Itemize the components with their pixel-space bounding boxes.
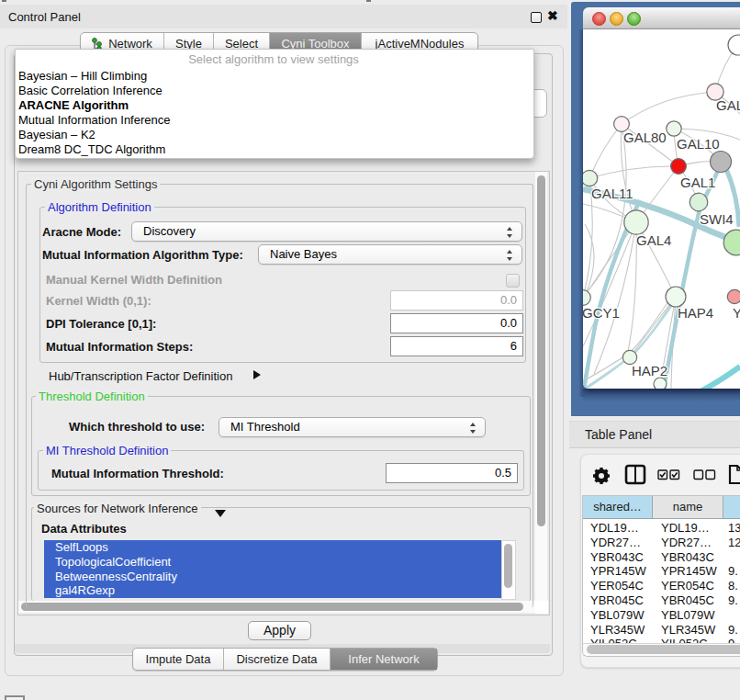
svg-text:GAL80: GAL80 [623,130,667,145]
svg-text:GAL1: GAL1 [680,175,715,190]
svg-text:GAL4: GAL4 [636,232,671,248]
svg-text:GAL11: GAL11 [591,186,633,201]
svg-text:SWI4: SWI4 [700,211,734,227]
svg-text:GAL: GAL [716,97,740,113]
svg-text:GAL10: GAL10 [677,136,720,152]
svg-text:Y: Y [733,305,740,321]
svg-text:HAP2: HAP2 [632,363,667,378]
svg-text:GCY1: GCY1 [583,305,620,321]
svg-text:HAP4: HAP4 [678,305,713,321]
